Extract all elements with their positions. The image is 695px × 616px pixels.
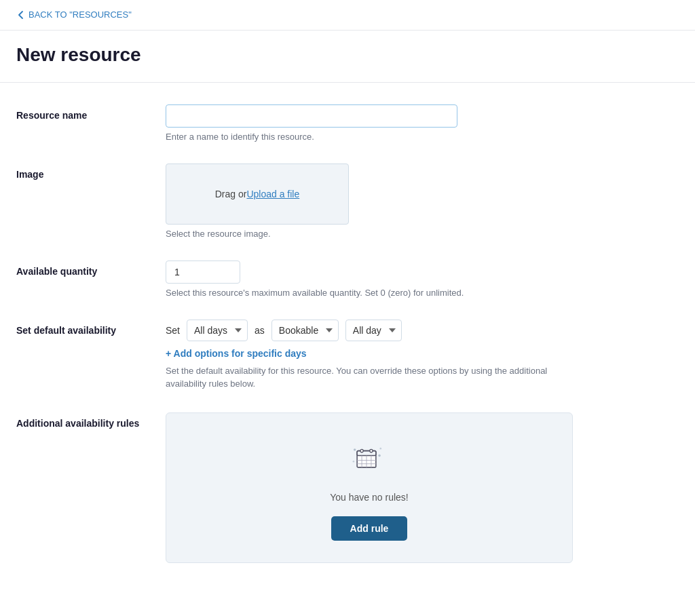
quantity-input[interactable] — [166, 261, 240, 284]
rules-box: You have no rules! Add rule — [166, 412, 573, 563]
quantity-hint: Select this resource's maximum available… — [166, 288, 595, 298]
calendar-icon — [349, 440, 390, 481]
svg-point-3 — [380, 447, 382, 449]
page-title: New resource — [0, 31, 695, 82]
back-link[interactable]: BACK TO "RESOURCES" — [16, 9, 132, 20]
quantity-row: Available quantity Select this resource'… — [16, 261, 595, 298]
svg-point-1 — [378, 454, 380, 456]
quantity-field: Select this resource's maximum available… — [166, 261, 595, 298]
image-label: Image — [16, 163, 166, 180]
svg-point-12 — [370, 449, 373, 452]
svg-point-0 — [354, 448, 356, 450]
image-field: Drag or Upload a file Select the resourc… — [166, 163, 595, 239]
availability-row: Set default availability Set All days as… — [16, 320, 595, 391]
resource-name-label: Resource name — [16, 104, 166, 121]
availability-field: Set All days as Bookable All day + Add o… — [166, 320, 595, 391]
set-text: Set — [166, 325, 180, 336]
upload-area[interactable]: Drag or Upload a file — [166, 163, 349, 225]
time-select[interactable]: All day — [345, 320, 402, 341]
svg-rect-5 — [357, 450, 376, 455]
chevron-left-icon — [16, 10, 26, 20]
upload-link[interactable]: Upload a file — [246, 189, 299, 199]
calendar-svg — [349, 440, 384, 476]
availability-label: Set default availability — [16, 320, 166, 336]
resource-name-hint: Enter a name to identify this resource. — [166, 132, 595, 142]
add-options-link[interactable]: + Add options for specific days — [166, 348, 307, 359]
additional-rules-label: Additional availability rules — [16, 412, 166, 429]
add-rule-button[interactable]: Add rule — [331, 516, 408, 541]
drag-text: Drag or — [215, 189, 247, 199]
svg-point-2 — [353, 460, 355, 462]
no-rules-text: You have no rules! — [330, 492, 408, 503]
top-nav: BACK TO "RESOURCES" — [0, 0, 695, 31]
quantity-label: Available quantity — [16, 261, 166, 277]
resource-name-field: Enter a name to identify this resource. — [166, 104, 595, 142]
form-container: Resource name Enter a name to identify t… — [0, 83, 611, 607]
svg-point-11 — [360, 449, 363, 452]
additional-rules-row: Additional availability rules — [16, 412, 595, 563]
availability-controls: Set All days as Bookable All day — [166, 320, 595, 341]
additional-rules-field: You have no rules! Add rule — [166, 412, 595, 563]
days-select[interactable]: All days — [187, 320, 248, 341]
type-select[interactable]: Bookable — [271, 320, 339, 341]
as-text: as — [255, 325, 265, 336]
resource-name-input[interactable] — [166, 104, 457, 128]
image-hint: Select the resource image. — [166, 229, 595, 239]
resource-name-row: Resource name Enter a name to identify t… — [16, 104, 595, 142]
availability-hint: Set the default availability for this re… — [166, 364, 566, 391]
image-row: Image Drag or Upload a file Select the r… — [16, 163, 595, 239]
